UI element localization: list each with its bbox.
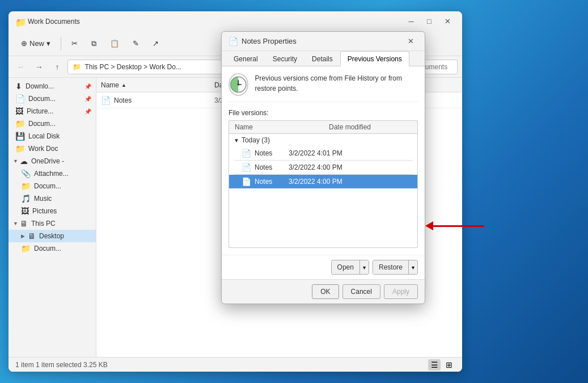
rename-icon: ✎ <box>133 39 139 48</box>
tab-details-label: Details <box>312 55 333 63</box>
grid-view-button[interactable]: ⊞ <box>443 359 455 371</box>
dialog-close-button[interactable]: ✕ <box>403 35 418 48</box>
dialog-action-buttons: Open ▾ Restore ▾ <box>222 255 425 279</box>
tab-previous-versions[interactable]: Previous Versions <box>340 51 409 66</box>
sidebar-item-attachments[interactable]: 📎 Attachme... <box>9 167 96 180</box>
desktop-icon: 🖥 <box>28 232 36 241</box>
ver2-date: 3/2/2022 4:00 PM <box>289 163 413 171</box>
apply-label: Apply <box>392 288 409 296</box>
restore-label: Restore <box>379 263 403 271</box>
workdoc-icon: 📁 <box>15 144 25 153</box>
cancel-button[interactable]: Cancel <box>342 284 380 299</box>
sidebar-item-localdisk[interactable]: 💾 Local Disk <box>9 130 96 142</box>
sidebar-item-doc3[interactable]: 📁 Docum... <box>9 242 96 255</box>
sidebar-picfolder-label: Pictures <box>32 207 57 215</box>
sidebar-item-picfolder[interactable]: 🖼 Pictures <box>9 205 96 217</box>
tab-security[interactable]: Security <box>265 51 304 66</box>
file-cell-name: 📄 Notes <box>96 96 210 105</box>
disk-icon: 💾 <box>15 132 25 141</box>
window-icon: 📁 <box>15 17 24 26</box>
sidebar-item-pictures[interactable]: 🖼 Picture... 📌 <box>9 105 96 117</box>
sidebar-item-workdoc[interactable]: 📁 Work Doc <box>9 142 96 155</box>
pin-icon2: 📌 <box>84 96 91 102</box>
tab-general[interactable]: General <box>226 51 265 66</box>
ver2-icon: 📄 <box>242 163 251 172</box>
file-versions-label: File versions: <box>229 109 418 117</box>
documents-icon: 📄 <box>15 94 25 103</box>
sidebar-item-downloads[interactable]: ⬇ Downlo... 📌 <box>9 80 96 92</box>
sidebar-documents-label: Docum... <box>28 95 56 103</box>
paste-button[interactable]: 📋 <box>104 37 125 50</box>
sidebar-doc3-label: Docum... <box>34 245 61 252</box>
sidebar-attachments-label: Attachme... <box>34 170 69 178</box>
ver1-icon: 📄 <box>242 149 251 158</box>
forward-button[interactable]: → <box>31 59 47 75</box>
version-row-1[interactable]: 📄 Notes 3/2/2022 4:01 PM <box>229 146 417 160</box>
sidebar-item-documents2[interactable]: 📁 Docum... <box>9 117 96 130</box>
dialog-icon: 📄 <box>229 37 238 46</box>
open-button[interactable]: Open <box>332 260 359 274</box>
tab-security-label: Security <box>273 55 297 63</box>
new-icon: ⊕ <box>21 39 27 48</box>
sidebar-pictures-label: Picture... <box>27 107 53 115</box>
share-icon: ↗ <box>153 39 159 48</box>
paste-icon: 📋 <box>110 39 119 48</box>
sidebar-item-docfolder[interactable]: 📁 Docum... <box>9 180 96 192</box>
restore-button[interactable]: Restore <box>373 260 408 274</box>
doc3-icon: 📁 <box>21 244 31 253</box>
sidebar-documents2-label: Docum... <box>28 120 56 128</box>
ver1-date: 3/2/2022 4:01 PM <box>289 149 413 157</box>
music-icon: 🎵 <box>21 194 31 203</box>
open-dropdown-button[interactable]: ▾ <box>359 260 369 274</box>
thispc-expand-icon: ▼ <box>13 221 19 226</box>
share-button[interactable]: ↗ <box>147 37 164 50</box>
sidebar: ⬇ Downlo... 📌 📄 Docum... 📌 🖼 Picture... … <box>9 78 96 357</box>
new-button[interactable]: ⊕ New ▾ <box>15 37 56 50</box>
restore-dropdown-button[interactable]: ▾ <box>408 260 417 274</box>
group-label: Today (3) <box>242 136 270 144</box>
file-icon: 📄 <box>101 96 111 105</box>
ver-col-name: Name <box>229 121 323 133</box>
view-buttons: ☰ ⊞ <box>428 359 455 371</box>
version-row-2[interactable]: 📄 Notes 3/2/2022 4:00 PM <box>229 161 417 174</box>
pin-icon: 📌 <box>84 83 91 90</box>
cut-button[interactable]: ✂ <box>66 37 83 50</box>
ver-col-date: Date modified <box>323 121 417 133</box>
ok-button[interactable]: OK <box>312 284 339 299</box>
attachments-icon: 📎 <box>21 169 31 178</box>
pin-icon3: 📌 <box>84 108 91 115</box>
ver1-name: Notes <box>255 149 289 157</box>
sidebar-onedrive[interactable]: ▼ ☁ OneDrive - <box>9 155 96 167</box>
status-bar: 1 item 1 item selected 3.25 KB ☰ ⊞ <box>9 357 462 372</box>
tab-details[interactable]: Details <box>304 51 340 66</box>
new-label: New <box>29 39 44 48</box>
cancel-label: Cancel <box>351 288 372 296</box>
minimize-button[interactable]: ─ <box>403 15 419 28</box>
versions-body: ▼ Today (3) 📄 Notes 3/2/2022 4:01 PM 📄 N… <box>229 134 417 247</box>
maximize-button[interactable]: □ <box>421 15 437 28</box>
thispc-icon: 🖥 <box>20 219 28 228</box>
up-button[interactable]: ↑ <box>49 59 65 75</box>
docfolder-icon: 📁 <box>21 182 31 191</box>
sort-arrow-icon: ▲ <box>121 82 126 88</box>
desktop-expand-icon: ▶ <box>21 233 27 239</box>
folder-icon: 📁 <box>15 119 25 128</box>
dialog-title: Notes Properties <box>242 37 403 45</box>
close-button[interactable]: ✕ <box>439 15 455 28</box>
sidebar-docfolder-label: Docum... <box>34 182 61 190</box>
copy-icon: ⧉ <box>91 39 96 48</box>
version-row-3[interactable]: 📄 Notes 3/2/2022 4:00 PM <box>229 175 417 188</box>
sidebar-item-music[interactable]: 🎵 Music <box>9 192 96 205</box>
rename-button[interactable]: ✎ <box>127 37 145 50</box>
sidebar-item-documents[interactable]: 📄 Docum... 📌 <box>9 92 96 105</box>
sidebar-desktop-label: Desktop <box>39 232 64 240</box>
sidebar-localdisk-label: Local Disk <box>28 132 60 140</box>
pictures-icon: 🖼 <box>15 107 23 116</box>
back-button[interactable]: ← <box>13 59 29 75</box>
sidebar-thispc[interactable]: ▼ 🖥 This PC <box>9 217 96 230</box>
list-view-button[interactable]: ☰ <box>428 359 441 371</box>
version-group-today[interactable]: ▼ Today (3) <box>229 134 417 146</box>
sidebar-item-desktop[interactable]: ▶ 🖥 Desktop <box>9 230 96 242</box>
copy-button[interactable]: ⧉ <box>86 37 102 50</box>
apply-button[interactable]: Apply <box>384 284 418 299</box>
